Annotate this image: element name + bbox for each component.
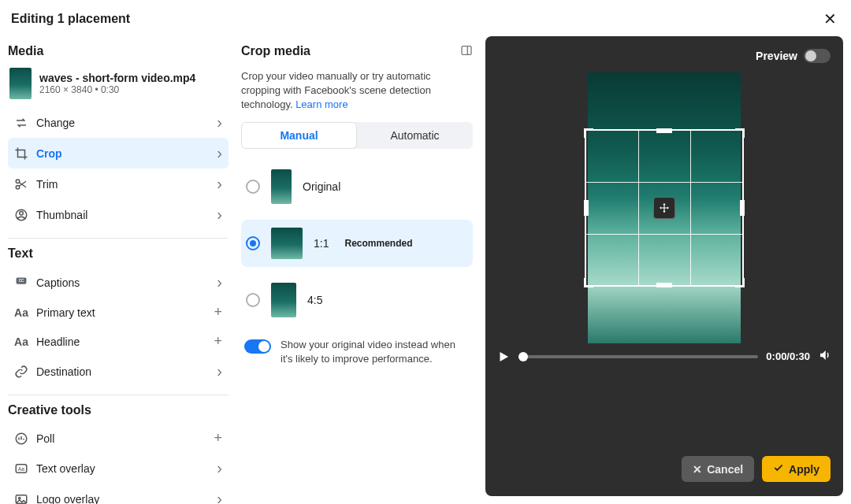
text-item-label: Destination	[36, 365, 209, 378]
media-item-thumbnail[interactable]: Thumbnail	[8, 199, 229, 230]
resize-corner-tl[interactable]	[584, 128, 593, 138]
radio-icon	[246, 293, 260, 307]
play-button[interactable]	[496, 350, 511, 364]
crop-description: Crop your video manually or try automati…	[241, 69, 473, 113]
resize-corner-br[interactable]	[735, 278, 745, 287]
text-item-label: Primary text	[36, 306, 206, 319]
apply-button-label: Apply	[789, 463, 819, 476]
text-item-captions[interactable]: CC Captions	[8, 267, 229, 298]
resize-corner-tr[interactable]	[735, 128, 745, 138]
ratio-label: Original	[303, 180, 340, 193]
media-item-label: Trim	[36, 178, 209, 191]
volume-button[interactable]	[818, 348, 832, 365]
ratio-option-1-1[interactable]: 1:1 Recommended	[241, 220, 473, 267]
cancel-button[interactable]: ✕ Cancel	[682, 456, 754, 482]
creative-item-label: Text overlay	[36, 462, 209, 475]
plus-icon	[214, 430, 222, 447]
svg-rect-11	[462, 46, 471, 55]
resize-handle-left[interactable]	[584, 200, 589, 216]
chevron-right-icon	[217, 362, 222, 380]
creative-item-poll[interactable]: Poll	[8, 424, 229, 453]
show-original-toggle[interactable]	[244, 339, 271, 354]
svg-point-10	[19, 497, 20, 498]
tab-automatic[interactable]: Automatic	[357, 122, 473, 149]
media-file-sub: 2160 × 3840 • 0:30	[39, 84, 195, 95]
text-item-destination[interactable]: Destination	[8, 356, 229, 387]
cc-icon: CC	[14, 276, 28, 290]
image-icon	[14, 492, 28, 505]
move-handle[interactable]	[653, 197, 675, 219]
chevron-right-icon	[217, 144, 222, 162]
svg-point-0	[16, 180, 20, 183]
show-original-text: Show your original video instead when it…	[281, 338, 470, 366]
plus-icon	[214, 333, 222, 350]
crop-icon	[14, 146, 28, 161]
media-item-trim[interactable]: Trim	[8, 169, 229, 199]
poll-icon	[14, 432, 28, 446]
crop-mode-tabs: Manual Automatic	[241, 122, 473, 149]
ratio-thumbnail	[271, 228, 303, 259]
text-size-icon: Aa	[14, 306, 28, 320]
creative-item-logo-overlay[interactable]: Logo overlay	[8, 484, 229, 504]
chevron-right-icon	[217, 175, 222, 193]
text-overlay-icon: Aa	[14, 461, 28, 476]
creative-item-text-overlay[interactable]: Aa Text overlay	[8, 453, 229, 484]
cancel-button-label: Cancel	[707, 463, 743, 476]
resize-handle-bottom[interactable]	[656, 283, 672, 287]
svg-text:CC: CC	[19, 279, 24, 283]
divider	[8, 238, 229, 239]
creative-item-label: Logo overlay	[36, 493, 209, 505]
plus-icon	[214, 304, 222, 321]
ratio-option-4-5[interactable]: 4:5	[241, 275, 473, 325]
svg-point-1	[16, 185, 20, 189]
grid-line	[638, 131, 639, 285]
panel-toggle-icon[interactable]	[460, 44, 473, 57]
svg-point-3	[20, 211, 24, 215]
crop-outline[interactable]	[585, 129, 744, 287]
media-item-change[interactable]: Change	[8, 107, 229, 138]
ratio-thumbnail	[271, 283, 296, 317]
progress-track[interactable]	[518, 355, 758, 358]
text-section-title: Text	[8, 246, 229, 261]
media-file-name: waves - short-form video.mp4	[39, 72, 195, 84]
creative-item-label: Poll	[36, 432, 206, 445]
thumbnail-icon	[14, 208, 28, 222]
media-item-crop[interactable]: Crop	[8, 138, 229, 169]
divider	[8, 395, 229, 395]
radio-icon	[246, 236, 260, 250]
close-button[interactable]: ✕	[820, 8, 840, 30]
link-icon	[14, 365, 28, 379]
check-icon	[773, 462, 784, 476]
chevron-right-icon	[217, 113, 222, 132]
recommended-badge: Recommended	[344, 238, 412, 249]
tab-manual[interactable]: Manual	[241, 122, 357, 149]
modal-title: Editing 1 placement	[11, 12, 130, 26]
time-display: 0:00/0:30	[766, 350, 810, 362]
preview-label: Preview	[756, 50, 797, 62]
svg-text:Aa: Aa	[18, 466, 25, 472]
apply-button[interactable]: Apply	[762, 456, 831, 482]
media-item-label: Change	[36, 117, 209, 129]
video-preview[interactable]	[588, 72, 741, 343]
text-item-label: Headline	[36, 335, 206, 348]
media-item-label: Thumbnail	[36, 209, 209, 221]
media-section-title: Media	[8, 44, 229, 58]
ratio-option-original[interactable]: Original	[241, 161, 473, 212]
preview-panel: Preview	[485, 36, 843, 496]
preview-toggle[interactable]	[804, 49, 831, 63]
chevron-right-icon	[217, 206, 222, 224]
ratio-label: 4:5	[307, 294, 322, 306]
resize-handle-top[interactable]	[656, 128, 672, 133]
chevron-right-icon	[217, 490, 222, 504]
text-item-headline[interactable]: Aa Headline	[8, 327, 229, 356]
text-item-primary[interactable]: Aa Primary text	[8, 298, 229, 327]
radio-icon	[246, 180, 260, 194]
resize-corner-bl[interactable]	[584, 278, 593, 287]
media-item-label: Crop	[36, 147, 209, 160]
chevron-right-icon	[217, 273, 222, 291]
chevron-right-icon	[217, 459, 222, 477]
learn-more-link[interactable]: Learn more	[295, 98, 347, 110]
resize-handle-right[interactable]	[740, 200, 745, 216]
grid-line	[586, 182, 742, 183]
trim-icon	[14, 177, 28, 191]
